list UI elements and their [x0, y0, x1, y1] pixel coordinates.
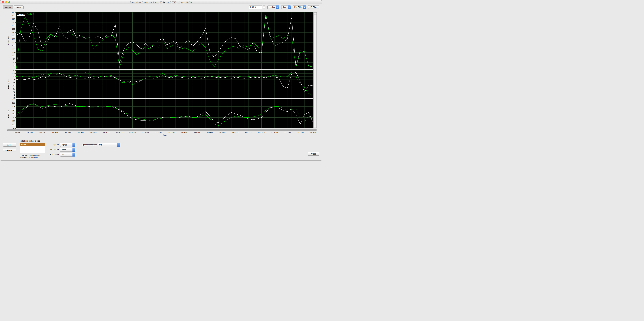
window-controls — [2, 0, 10, 4]
x-tick-label: 00:01:00 — [26, 132, 32, 134]
y-tick-label: 400 — [12, 15, 15, 17]
plot-region: Power (W) 025507510012515017520022525027… — [7, 12, 317, 137]
y-tick-label: 350 — [12, 21, 15, 23]
top-plot-dropdown[interactable]: Power ▲▼ — [60, 143, 76, 147]
y-tick-label: 250 — [12, 35, 15, 37]
y-tick-label: 50 — [13, 62, 15, 63]
series-newton — [16, 15, 313, 67]
ride-files-hint: (Ctrl-click to select multiple; Single-c… — [20, 154, 40, 159]
x-tick-label: 00:02:00 — [39, 132, 46, 134]
ride-file-item[interactable]: Profile 2 — [20, 143, 45, 146]
plots-column: Power (W) 025507510012515017520022525027… — [7, 12, 313, 129]
close-window-icon[interactable] — [2, 1, 4, 3]
x-tick-label: 00:18:00 — [246, 132, 252, 134]
middle-plot-dropdown[interactable]: Wind ▲▼ — [60, 148, 76, 152]
horizontal-scrollbar[interactable] — [7, 129, 317, 131]
ride-files-label: Ride Files (select to plot) — [20, 140, 40, 142]
x-tick-label: 00:05:00 — [78, 132, 84, 134]
x-tick-label: 00:10:00 — [142, 132, 148, 134]
time-axis-title: Time — [16, 134, 313, 137]
range-dropdown-value: Full Ride — [294, 6, 302, 8]
stepper-up-icon[interactable]: ▲ — [263, 5, 265, 7]
y-tick-label: 150 — [12, 48, 15, 50]
dropdown-arrows-icon: ▲▼ — [72, 143, 76, 147]
legend-profile2[interactable]: Profile 2 — [26, 13, 34, 15]
y-tick-label: 300 — [12, 28, 15, 30]
legend-newton[interactable]: Newton — [17, 13, 25, 15]
y-tick-label: 10 — [13, 88, 15, 90]
y-tick-label: 175 — [12, 45, 15, 47]
middle-plot-value: Wind — [62, 149, 66, 151]
wind-yaxis-ticks: 2.557.51012.51517.52022.525 — [10, 70, 16, 98]
x-tick-label: 00:17:00 — [232, 132, 239, 134]
close-button[interactable]: Close — [308, 152, 320, 156]
xaxis-mode-value: time — [283, 6, 286, 8]
y-tick-mark — [16, 69, 16, 69]
units-dropdown[interactable]: english ▲▼ — [268, 5, 279, 9]
y-tick-label: 120 — [12, 109, 15, 111]
power-plot: Power (W) 025507510012515017520022525027… — [7, 12, 313, 69]
range-dropdown[interactable]: Full Ride ▲▼ — [293, 5, 306, 9]
y-tick-label: 275 — [12, 31, 15, 33]
ride-files-list[interactable]: Profile 2 — [20, 143, 45, 153]
window-title: Power Meter Comparison: Prof 1_06_24_201… — [0, 1, 322, 3]
y-tick-label: 22.5 — [12, 73, 15, 74]
x-tick-label: 00:19:00 — [258, 132, 265, 134]
bottom-plot-dropdown[interactable]: HR ▲▼ — [60, 153, 76, 157]
y-tick-label: 17.5 — [12, 79, 15, 80]
interval-value: 0:00:10 — [250, 6, 256, 8]
y-tick-label: 25 — [13, 69, 15, 71]
middle-plot-label: Middle Plot — [46, 149, 59, 151]
scroll-down-icon[interactable]: ▼ — [314, 126, 316, 128]
x-tick-label: 00:20:00 — [271, 132, 278, 134]
interval-input[interactable]: 0:00:10 — [249, 5, 262, 9]
dropdown-arrows-icon: ▲▼ — [72, 148, 76, 152]
series-profile-2 — [16, 104, 313, 125]
y-tick-label: 100 — [12, 124, 15, 126]
y-tick-label: 75 — [13, 58, 15, 60]
power-yaxis-ticks: 0255075100125150175200225250275300325350… — [10, 12, 16, 69]
x-tick-label: 00:14:00 — [194, 132, 200, 134]
y-tick-label: 125 — [12, 106, 15, 108]
toolbar-right-controls: 0:00:10 ▲ ▼ english ▲▼ time ▲▼ Full Ride… — [249, 5, 320, 9]
wind-axis-title: Wind (mi/h) — [7, 80, 10, 89]
bottom-panel: Add... Remove... Ride Files (select to p… — [0, 139, 322, 160]
x-tick-label: 00:07:00 — [103, 132, 110, 134]
minimize-window-icon[interactable] — [5, 1, 7, 3]
app-window: Power Meter Comparison: Prof 1_06_24_201… — [0, 0, 322, 160]
xaxis-mode-dropdown[interactable]: time ▲▼ — [281, 5, 291, 9]
vertical-scrollbar[interactable]: ▲ ▼ — [314, 12, 317, 129]
y-tick-label: 105 — [12, 120, 15, 122]
power-plot-canvas[interactable]: Newton Profile 2 — [16, 12, 313, 69]
equation-of-motion-dropdown[interactable]: Off ▲▼ — [98, 143, 120, 147]
top-plot-label: Top Plot — [46, 144, 59, 146]
x-tick-label: 00:13:00 — [181, 132, 188, 134]
remove-button[interactable]: Remove... — [3, 149, 16, 152]
y-tick-label: 130 — [12, 102, 15, 104]
y-tick-label: 200 — [12, 41, 15, 43]
y-tick-label: 25 — [13, 65, 15, 67]
tab-graph[interactable]: Graph — [2, 5, 13, 9]
x-tick-label: 00:03:00 — [52, 132, 58, 134]
stepper-down-icon[interactable]: ▼ — [263, 7, 265, 9]
wind-plot-canvas[interactable] — [16, 70, 313, 98]
x-tick-label: 00:09:00 — [129, 132, 136, 134]
add-button[interactable]: Add... — [3, 143, 16, 147]
x-tick-label: 00:23:00 — [310, 132, 316, 134]
x-tick-label: 00:15:00 — [206, 132, 213, 134]
toolbar: Graph Stats 0:00:10 ▲ ▼ english ▲▼ time … — [0, 4, 322, 10]
series-newton — [16, 72, 313, 92]
fit-plots-button[interactable]: Fit Plots — [308, 5, 320, 9]
scroll-up-icon[interactable]: ▲ — [314, 12, 316, 15]
equation-of-motion-label: Equation of Motion — [77, 144, 97, 146]
y-tick-label: 375 — [12, 18, 15, 20]
tab-stats[interactable]: Stats — [14, 5, 24, 9]
horizontal-scrollbar-thumb[interactable] — [7, 129, 316, 131]
bottom-plot-value: HR — [62, 154, 64, 156]
legend: Newton Profile 2 — [17, 13, 34, 15]
y-tick-label: 15 — [13, 82, 15, 84]
zoom-window-icon[interactable] — [8, 1, 10, 3]
interval-stepper[interactable]: ▲ ▼ — [263, 5, 265, 9]
dropdown-arrows-icon: ▲▼ — [72, 153, 76, 157]
hr-plot-canvas[interactable] — [16, 99, 313, 129]
